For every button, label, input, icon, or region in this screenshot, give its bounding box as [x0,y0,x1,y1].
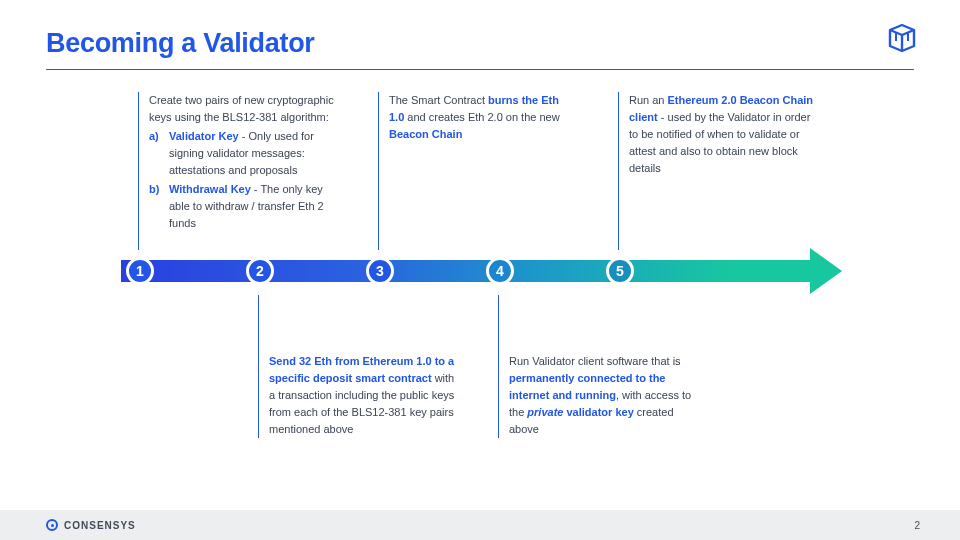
step-3-text: The Smart Contract burns the Eth 1.0 and… [378,92,576,250]
brand-name: CONSENSYS [64,520,136,531]
step-marker-5: 5 [606,257,634,285]
step-5-text: Run an Ethereum 2.0 Beacon Chain client … [618,92,816,250]
page-number: 2 [914,520,920,531]
step-4-text: Run Validator client software that is pe… [498,295,696,438]
step-5-pre: Run an [629,94,668,106]
timeline-arrow-bar [121,260,811,282]
timeline-canvas: 1 2 3 4 5 Create two pairs of new crypto… [46,70,914,470]
step-1-intro: Create two pairs of new cryptographic ke… [149,94,334,123]
step-2-hl: Send 32 Eth from Ethereum 1.0 to a speci… [269,355,454,384]
brand-dot-icon [46,519,58,531]
step-3-hl2: Beacon Chain [389,128,462,140]
step-1-b-key: Withdrawal Key [169,183,251,195]
step-1-text: Create two pairs of new cryptographic ke… [138,92,336,250]
step-1-a-key: Validator Key [169,130,239,142]
step-marker-4: 4 [486,257,514,285]
step-4-pre: Run Validator client software that is [509,355,681,367]
step-4-hl2: private [527,406,563,418]
footer: CONSENSYS 2 [0,510,960,540]
step-marker-2: 2 [246,257,274,285]
step-1-a-label: a) [149,128,159,145]
step-2-text: Send 32 Eth from Ethereum 1.0 to a speci… [258,295,456,438]
step-3-mid: and creates Eth 2.0 on the new [404,111,559,123]
box-logo-icon [884,20,920,56]
step-marker-3: 3 [366,257,394,285]
step-3-pre: The Smart Contract [389,94,488,106]
step-1-b-label: b) [149,181,159,198]
step-4-hl3: validator key [567,406,634,418]
timeline-arrow-head [810,248,842,294]
footer-brand: CONSENSYS [46,519,136,531]
step-marker-1: 1 [126,257,154,285]
page-title: Becoming a Validator [46,28,315,59]
